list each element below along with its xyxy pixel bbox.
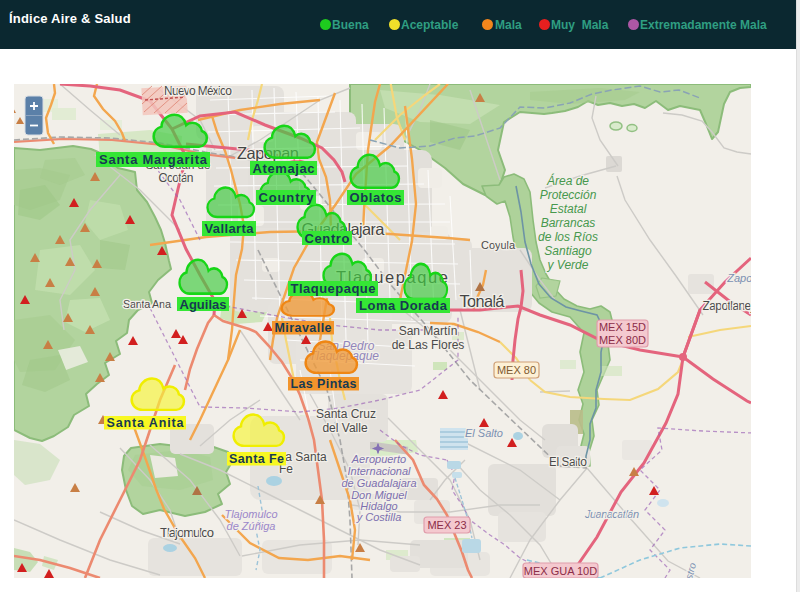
- svg-text:Tonalá: Tonalá: [460, 292, 506, 310]
- svg-text:Protección: Protección: [540, 188, 597, 202]
- svg-text:MEX 80: MEX 80: [497, 364, 536, 376]
- svg-text:Country: Country: [259, 190, 315, 205]
- svg-text:Santa Cruz: Santa Cruz: [316, 407, 376, 421]
- svg-text:Zapotlanejo: Zapotlanejo: [703, 299, 752, 313]
- svg-text:El Salto: El Salto: [465, 427, 503, 439]
- svg-text:de Guadalajara: de Guadalajara: [341, 477, 416, 489]
- svg-text:Aeropuerto: Aeropuerto: [351, 453, 406, 465]
- svg-text:Vallarta: Vallarta: [205, 221, 255, 236]
- svg-text:San Martín: San Martín: [399, 324, 458, 338]
- svg-text:Coyula: Coyula: [481, 239, 516, 251]
- svg-text:Miravalle: Miravalle: [275, 321, 332, 335]
- svg-text:MEX 23: MEX 23: [427, 519, 466, 531]
- svg-text:Tlajomulco: Tlajomulco: [160, 525, 214, 540]
- svg-text:Área de: Área de: [546, 173, 589, 188]
- svg-text:y Verde: y Verde: [547, 258, 589, 272]
- svg-text:de los Ríos: de los Ríos: [538, 230, 598, 244]
- svg-text:Zapotlanejo: Zapotlanejo: [726, 272, 751, 284]
- svg-text:Estatal: Estatal: [550, 202, 587, 216]
- svg-text:de Las Flores: de Las Flores: [392, 338, 465, 352]
- svg-text:El Salto: El Salto: [549, 455, 587, 469]
- svg-text:Las Pintas: Las Pintas: [291, 377, 357, 391]
- svg-text:Santa Fe: Santa Fe: [229, 452, 284, 466]
- svg-text:y Costilla: y Costilla: [356, 511, 402, 523]
- svg-text:Juanacatlán: Juanacatlán: [584, 508, 639, 520]
- svg-text:MEX 80D: MEX 80D: [599, 334, 646, 346]
- svg-text:MEX GUA 10D: MEX GUA 10D: [524, 565, 597, 577]
- svg-text:Oblatos: Oblatos: [350, 190, 402, 205]
- svg-text:Aguilas: Aguilas: [180, 297, 227, 312]
- svg-text:Santa Ana: Santa Ana: [123, 298, 172, 310]
- svg-text:MEX 15D: MEX 15D: [599, 321, 646, 333]
- svg-text:Tlajomulco: Tlajomulco: [224, 508, 277, 520]
- svg-text:Tlaquepaque: Tlaquepaque: [291, 281, 376, 296]
- svg-text:de Zúñiga: de Zúñiga: [227, 520, 276, 532]
- svg-text:Barrancas: Barrancas: [541, 216, 596, 230]
- svg-text:Nuevo México: Nuevo México: [164, 84, 232, 98]
- svg-text:Centro: Centro: [305, 231, 350, 246]
- svg-text:Ocotán: Ocotán: [159, 171, 194, 185]
- svg-text:Loma Dorada: Loma Dorada: [359, 298, 448, 313]
- svg-text:Santa Anita: Santa Anita: [107, 416, 185, 430]
- svg-text:Santa Margarita: Santa Margarita: [99, 152, 208, 167]
- svg-text:Internacional: Internacional: [348, 465, 412, 477]
- svg-text:Atemajac: Atemajac: [253, 161, 315, 176]
- svg-text:Santiago: Santiago: [544, 244, 592, 258]
- svg-text:del Valle: del Valle: [322, 421, 367, 435]
